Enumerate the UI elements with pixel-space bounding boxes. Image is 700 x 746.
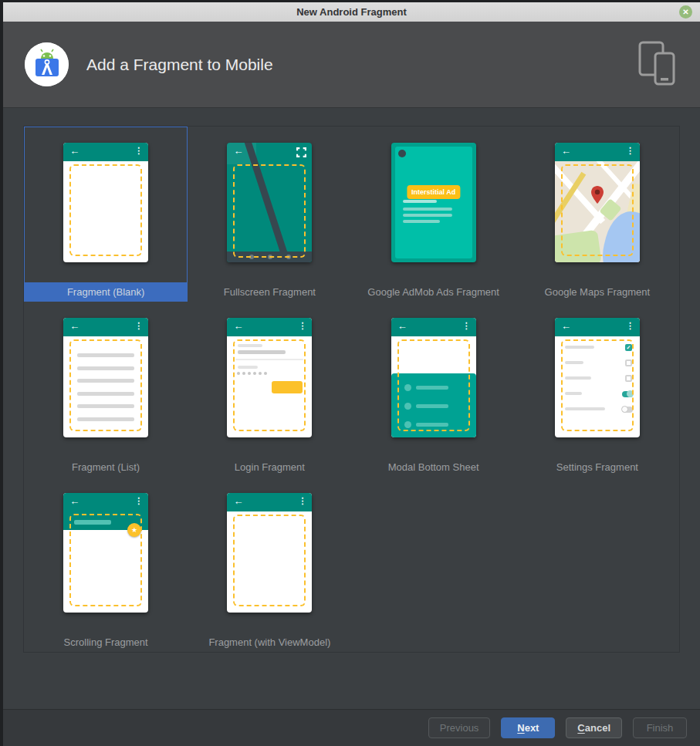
- template-card-label: Modal Bottom Sheet: [352, 457, 516, 477]
- kebab-menu-icon: ⋮: [626, 321, 634, 331]
- template-thumbnail: ←⋮✓: [555, 318, 640, 437]
- fragment-dashed-outline: [561, 339, 634, 431]
- template-card-maps[interactable]: ←⋮Google Maps Fragment: [516, 127, 679, 302]
- thumb-appbar: ←⋮: [555, 318, 640, 336]
- back-arrow-icon: ←: [397, 320, 407, 332]
- thumb-appbar: ←⋮: [63, 318, 148, 336]
- template-card-bottomsheet[interactable]: ←⋮Modal Bottom Sheet: [352, 302, 516, 477]
- thumb-appbar: ←⋮: [227, 318, 312, 336]
- thumb-appbar: ←⋮: [63, 143, 148, 161]
- template-card-settings[interactable]: ←⋮✓Settings Fragment: [516, 302, 679, 477]
- template-card-admob[interactable]: Interstitial AdGoogle AdMob Ads Fragment: [352, 127, 516, 302]
- kebab-menu-icon: ⋮: [298, 321, 306, 331]
- back-arrow-icon: ←: [233, 145, 243, 157]
- template-card-viewmodel[interactable]: ←⋮Fragment (with ViewModel): [188, 477, 351, 652]
- titlebar[interactable]: New Android Fragment ✕: [3, 2, 700, 22]
- mobile-devices-icon: [635, 39, 678, 90]
- kebab-menu-icon: ⋮: [134, 321, 143, 331]
- camera-dot-icon: [398, 150, 406, 157]
- template-card-label: Scrolling Fragment: [24, 633, 188, 652]
- fab-star-icon: ★: [127, 523, 141, 537]
- thumb-appbar: ←⋮: [555, 143, 640, 161]
- back-arrow-icon: ←: [233, 495, 243, 507]
- template-thumbnail: ←⋮: [555, 143, 640, 262]
- template-card-login[interactable]: ←⋮Login Fragment: [188, 302, 351, 477]
- fragment-dashed-outline: [397, 339, 470, 431]
- thumb-appbar: ←⋮: [227, 493, 312, 511]
- fragment-dashed-outline: [561, 164, 634, 256]
- previous-button: Previous: [428, 717, 491, 738]
- page-title: Add a Fragment to Mobile: [86, 56, 273, 74]
- fragment-dashed-outline: [233, 339, 306, 431]
- back-arrow-icon: ←: [69, 495, 79, 507]
- dialog-content: ←⋮Fragment (Blank)←Fullscreen FragmentIn…: [3, 108, 700, 709]
- template-thumbnail: Interstitial Ad: [391, 143, 476, 262]
- template-card-blank[interactable]: ←⋮Fragment (Blank): [24, 127, 188, 302]
- template-gallery: ←⋮Fragment (Blank)←Fullscreen FragmentIn…: [23, 126, 680, 653]
- back-arrow-icon: ←: [561, 145, 571, 157]
- template-thumbnail: ←⋮: [63, 143, 148, 262]
- fragment-dashed-outline: [69, 339, 142, 431]
- template-thumbnail: ←⋮: [391, 318, 476, 437]
- close-icon[interactable]: ✕: [679, 5, 692, 19]
- button-bar: PreviousNextCancelFinish: [3, 709, 700, 746]
- kebab-menu-icon: ⋮: [626, 146, 634, 156]
- interstitial-ad-badge: Interstitial Ad: [407, 185, 460, 199]
- fragment-dashed-outline: [233, 515, 306, 606]
- template-thumbnail: ←: [227, 143, 312, 262]
- window-title: New Android Fragment: [296, 6, 407, 18]
- kebab-menu-icon: ⋮: [462, 321, 471, 331]
- template-thumbnail: ←⋮: [227, 493, 312, 613]
- kebab-menu-icon: ⋮: [134, 146, 143, 156]
- back-arrow-icon: ←: [561, 320, 571, 332]
- template-thumbnail: ←⋮★: [63, 493, 148, 613]
- kebab-menu-icon: ⋮: [298, 496, 306, 506]
- back-arrow-icon: ←: [69, 145, 79, 157]
- template-card-label: Fullscreen Fragment: [188, 282, 351, 302]
- template-card-label: Fragment (Blank): [24, 282, 188, 302]
- template-card-fullscreen[interactable]: ←Fullscreen Fragment: [188, 127, 351, 302]
- template-card-label: Google AdMob Ads Fragment: [352, 282, 516, 302]
- template-card-list[interactable]: ←⋮Fragment (List): [24, 302, 188, 477]
- back-arrow-icon: ←: [233, 320, 243, 332]
- next-button[interactable]: Next: [501, 717, 555, 738]
- template-thumbnail: ←⋮: [63, 318, 148, 437]
- template-card-label: Settings Fragment: [516, 457, 679, 477]
- cancel-button[interactable]: Cancel: [566, 717, 622, 738]
- template-card-scrolling[interactable]: ←⋮★Scrolling Fragment: [24, 477, 188, 652]
- back-arrow-icon: ←: [69, 320, 79, 332]
- android-studio-logo: [25, 42, 69, 86]
- template-card-label: Google Maps Fragment: [516, 282, 679, 302]
- template-thumbnail: ←⋮: [227, 318, 312, 437]
- fragment-dashed-outline: [69, 164, 142, 256]
- template-card-label: Fragment (with ViewModel): [188, 633, 351, 652]
- kebab-menu-icon: ⋮: [134, 496, 143, 506]
- wizard-header: Add a Fragment to Mobile: [3, 22, 700, 108]
- finish-button: Finish: [633, 717, 687, 738]
- fragment-dashed-outline: [233, 164, 306, 258]
- template-card-label: Fragment (List): [24, 457, 188, 477]
- thumb-appbar: ←⋮: [391, 318, 476, 336]
- fullscreen-icon: [296, 147, 306, 157]
- template-card-label: Login Fragment: [188, 457, 351, 477]
- new-android-fragment-dialog: New Android Fragment ✕ Add a Fragment to…: [3, 2, 700, 746]
